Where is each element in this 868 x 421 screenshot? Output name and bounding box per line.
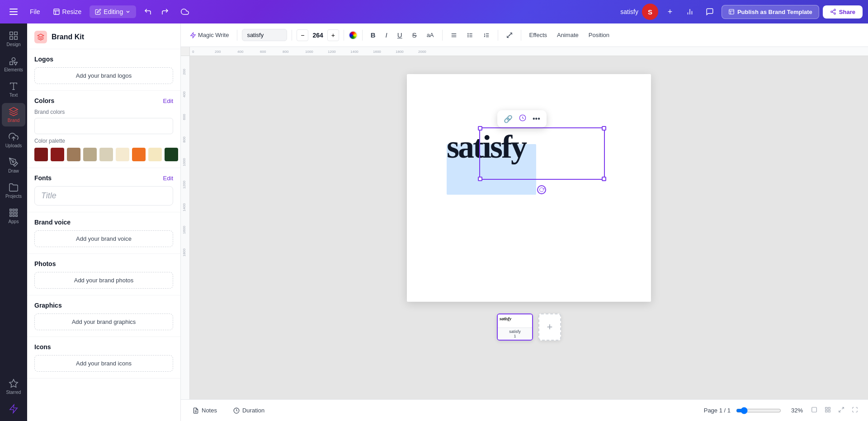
sidebar-item-apps[interactable]: Apps xyxy=(2,204,25,228)
photos-section: Photos Add your brand photos xyxy=(27,254,180,295)
canvas-area: Magic Write satisfy − 264 + B I U S aA xyxy=(181,23,868,421)
design-canvas[interactable]: satisfy 🔗 xyxy=(407,74,651,302)
sidebar-item-projects[interactable]: Projects xyxy=(2,179,25,202)
add-voice-button[interactable]: Add your brand voice xyxy=(34,230,173,247)
list-button[interactable] xyxy=(463,30,477,41)
colors-section: Colors Edit Brand colors Color palette xyxy=(27,91,180,168)
animate-button[interactable]: Animate xyxy=(553,29,582,41)
color-palette-label: Color palette xyxy=(34,138,173,144)
colors-edit-button[interactable]: Edit xyxy=(163,98,173,104)
hamburger-menu-button[interactable] xyxy=(5,4,22,20)
swatch-dark-red[interactable] xyxy=(34,148,48,161)
canvas-scroll[interactable]: satisfy 🔗 xyxy=(190,56,868,399)
add-collaborator-button[interactable]: + xyxy=(662,4,678,20)
swatch-light-tan[interactable] xyxy=(83,148,97,161)
sidebar-item-uploads[interactable]: Uploads xyxy=(2,128,25,152)
notes-button[interactable]: Notes xyxy=(188,404,222,416)
sidebar-item-draw[interactable]: Draw xyxy=(2,154,25,177)
svg-text:400: 400 xyxy=(182,91,186,98)
spacing-icon xyxy=(506,32,513,38)
cloud-icon xyxy=(181,8,189,16)
text-element-satisfy[interactable]: satisfy xyxy=(447,128,526,166)
logos-header: Logos xyxy=(34,56,173,63)
sidebar-item-text[interactable]: Text xyxy=(2,78,25,101)
single-page-view-button[interactable] xyxy=(808,404,820,416)
brand-icon xyxy=(9,107,19,117)
style-icon xyxy=(519,114,526,122)
toolbar-divider-2 xyxy=(292,30,292,41)
uploads-icon xyxy=(9,132,19,142)
add-logos-button[interactable]: Add your brand logos xyxy=(34,67,173,84)
redo-button[interactable] xyxy=(157,4,173,20)
font-size-control: − 264 + xyxy=(297,29,339,41)
grid-view-button[interactable] xyxy=(822,404,834,416)
graphics-header: Graphics xyxy=(34,302,173,309)
text-case-button[interactable]: aA xyxy=(423,29,438,41)
magic-write-button[interactable]: Magic Write xyxy=(186,29,232,41)
add-graphics-button[interactable]: Add your brand graphics xyxy=(34,313,173,330)
underline-button[interactable]: U xyxy=(394,29,406,41)
thumb-text: satisfy xyxy=(498,314,532,323)
sidebar-item-brand[interactable]: Brand xyxy=(2,103,25,126)
graphics-section: Graphics Add your brand graphics xyxy=(27,295,180,337)
toolbar-divider-5 xyxy=(442,30,443,41)
font-size-increase-button[interactable]: + xyxy=(327,29,339,41)
swatch-tan[interactable] xyxy=(67,148,80,161)
swatch-ivory[interactable] xyxy=(116,148,129,161)
align-button[interactable] xyxy=(447,30,461,41)
fonts-edit-button[interactable]: Edit xyxy=(163,175,173,182)
text-color-picker[interactable] xyxy=(349,31,358,40)
font-name-selector[interactable]: satisfy xyxy=(242,29,287,41)
cloud-save-button[interactable] xyxy=(177,4,193,20)
share-button[interactable]: Share xyxy=(823,5,863,19)
editing-button[interactable]: Editing xyxy=(90,5,136,18)
sidebar-item-starred[interactable]: Starred xyxy=(2,375,25,398)
publish-template-button[interactable]: Publish as Brand Template xyxy=(722,5,819,19)
page-thumb-1[interactable]: satisfy satisfy 1 xyxy=(497,313,533,341)
project-name: satisfy xyxy=(620,8,638,15)
elements-icon xyxy=(9,56,19,66)
swatch-orange[interactable] xyxy=(132,148,146,161)
numbered-list-button[interactable] xyxy=(480,30,493,41)
analytics-button[interactable] xyxy=(682,4,698,20)
rotate-handle[interactable] xyxy=(537,185,546,194)
undo-button[interactable] xyxy=(140,4,156,20)
comments-button[interactable] xyxy=(702,4,718,20)
duration-button[interactable]: Duration xyxy=(229,404,269,416)
more-options-button[interactable]: ••• xyxy=(531,113,542,125)
ruler-left: 200 400 600 800 1000 1200 1400 1600 1800 xyxy=(181,56,190,399)
file-menu-button[interactable]: File xyxy=(25,5,45,18)
swatch-dark-green[interactable] xyxy=(165,148,178,161)
handle-br[interactable] xyxy=(602,177,606,181)
italic-button[interactable]: I xyxy=(382,29,391,41)
sidebar-item-design[interactable]: Design xyxy=(2,27,25,51)
brand-kit-icon xyxy=(34,31,47,43)
font-size-decrease-button[interactable]: − xyxy=(297,29,308,41)
resize-button[interactable]: Resize xyxy=(48,5,86,18)
style-button[interactable] xyxy=(517,112,528,125)
page-count: Page 1 / 1 xyxy=(704,407,731,414)
sidebar-item-elements[interactable]: Elements xyxy=(2,52,25,76)
swatch-pale-yellow[interactable] xyxy=(148,148,162,161)
user-avatar-button[interactable]: S xyxy=(642,4,658,20)
link-button[interactable]: 🔗 xyxy=(502,113,514,125)
bold-button[interactable]: B xyxy=(367,29,379,41)
strikethrough-button[interactable]: S xyxy=(409,29,420,41)
zoom-slider[interactable] xyxy=(736,407,781,414)
effects-button[interactable]: Effects xyxy=(526,29,551,41)
position-button[interactable]: Position xyxy=(585,29,613,41)
handle-tr[interactable] xyxy=(602,126,606,131)
swatch-cream[interactable] xyxy=(99,148,113,161)
swatch-red[interactable] xyxy=(51,148,64,161)
svg-rect-10 xyxy=(10,32,13,35)
add-page-button[interactable]: + xyxy=(538,313,561,341)
add-icons-button[interactable]: Add your brand icons xyxy=(34,355,173,372)
add-photos-button[interactable]: Add your brand photos xyxy=(34,272,173,289)
fullscreen-button[interactable] xyxy=(849,404,861,416)
share-icon xyxy=(830,9,836,15)
brand-color-box[interactable] xyxy=(34,118,173,134)
expand-view-button[interactable] xyxy=(835,404,847,416)
resize-icon xyxy=(53,8,60,15)
spacing-button[interactable] xyxy=(503,30,516,41)
sidebar-item-magic[interactable] xyxy=(2,400,25,417)
